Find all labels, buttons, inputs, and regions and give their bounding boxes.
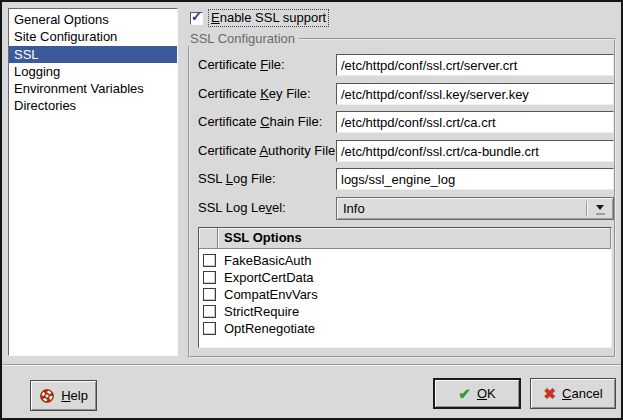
- enable-ssl-checkbox[interactable]: ✓: [190, 12, 203, 25]
- ssl-configuration-dialog: General Options Site Configuration SSL L…: [0, 0, 623, 420]
- enable-ssl-label-post: nable SSL support: [220, 10, 326, 25]
- ssl-options-table: SSL Options FakeBasicAuth ExportCertData…: [198, 227, 612, 348]
- sidebar-item-logging[interactable]: Logging: [9, 63, 177, 80]
- cancel-button[interactable]: ✖ Cancel: [530, 378, 616, 409]
- ssl-log-file-label: SSL Log File:: [198, 168, 276, 190]
- option-label: StrictRequire: [224, 304, 299, 319]
- ssl-options-table-header: SSL Options: [199, 228, 611, 249]
- fakebasicauth-checkbox[interactable]: [203, 254, 216, 267]
- certificate-file-input[interactable]: [336, 54, 614, 76]
- combo-separator: [586, 201, 588, 216]
- certificate-key-file-input[interactable]: [336, 83, 614, 105]
- certificate-key-file-label: Certificate Key File:: [198, 83, 311, 105]
- button-area-separator: [2, 364, 623, 366]
- sidebar-item-environment-variables[interactable]: Environment Variables: [9, 80, 177, 97]
- certificate-chain-file-input[interactable]: [336, 111, 614, 133]
- optrenegotiate-checkbox[interactable]: [203, 322, 216, 335]
- combo-indicator-bar: [596, 213, 605, 215]
- help-button-label: Help: [61, 388, 88, 403]
- checkbox-column-header[interactable]: [199, 228, 218, 249]
- sidebar-item-general-options[interactable]: General Options: [9, 11, 177, 28]
- chevron-down-icon: [596, 205, 604, 210]
- ssl-log-level-value: Info: [343, 201, 365, 216]
- strictrequire-checkbox[interactable]: [203, 305, 216, 318]
- table-row[interactable]: StrictRequire: [199, 303, 611, 320]
- lifebuoy-help-icon: [39, 388, 55, 404]
- ok-button-label: OK: [477, 386, 496, 401]
- certificate-authority-file-input[interactable]: [336, 140, 614, 162]
- ssl-log-level-label: SSL Log Level:: [198, 197, 286, 219]
- enable-ssl-label-mnemonic: E: [211, 10, 220, 25]
- checkmark-icon: ✓: [191, 9, 202, 24]
- enable-ssl-row: ✓ Enable SSL support: [190, 9, 329, 27]
- ssl-options-table-body: FakeBasicAuth ExportCertData CompatEnvVa…: [199, 249, 611, 337]
- table-row[interactable]: ExportCertData: [199, 269, 611, 286]
- option-label: CompatEnvVars: [224, 287, 318, 302]
- ssl-log-file-input[interactable]: [336, 168, 614, 190]
- ssl-log-level-dropdown[interactable]: Info: [336, 197, 614, 220]
- sidebar-item-site-configuration[interactable]: Site Configuration: [9, 28, 177, 45]
- option-label: ExportCertData: [224, 270, 314, 285]
- enable-ssl-label[interactable]: Enable SSL support: [208, 9, 329, 27]
- sidebar-item-ssl[interactable]: SSL: [9, 46, 177, 63]
- ssl-options-column-header[interactable]: SSL Options: [218, 228, 611, 249]
- help-button[interactable]: Help: [30, 380, 97, 411]
- table-row[interactable]: FakeBasicAuth: [199, 252, 611, 269]
- table-row[interactable]: OptRenegotiate: [199, 320, 611, 337]
- option-label: OptRenegotiate: [224, 321, 315, 336]
- exportcertdata-checkbox[interactable]: [203, 271, 216, 284]
- option-label: FakeBasicAuth: [224, 253, 311, 268]
- compatenvvars-checkbox[interactable]: [203, 288, 216, 301]
- frame-title: SSL Configuration: [186, 31, 299, 46]
- table-row[interactable]: CompatEnvVars: [199, 286, 611, 303]
- ok-button[interactable]: ✔ OK: [433, 378, 521, 409]
- category-list: General Options Site Configuration SSL L…: [8, 8, 178, 356]
- sidebar-item-directories[interactable]: Directories: [9, 97, 177, 114]
- cancel-button-label: Cancel: [562, 386, 602, 401]
- certificate-authority-file-label: Certificate Authority File:: [198, 140, 339, 162]
- certificate-file-label: Certificate File:: [198, 54, 285, 76]
- certificate-chain-file-label: Certificate Chain File:: [198, 111, 322, 133]
